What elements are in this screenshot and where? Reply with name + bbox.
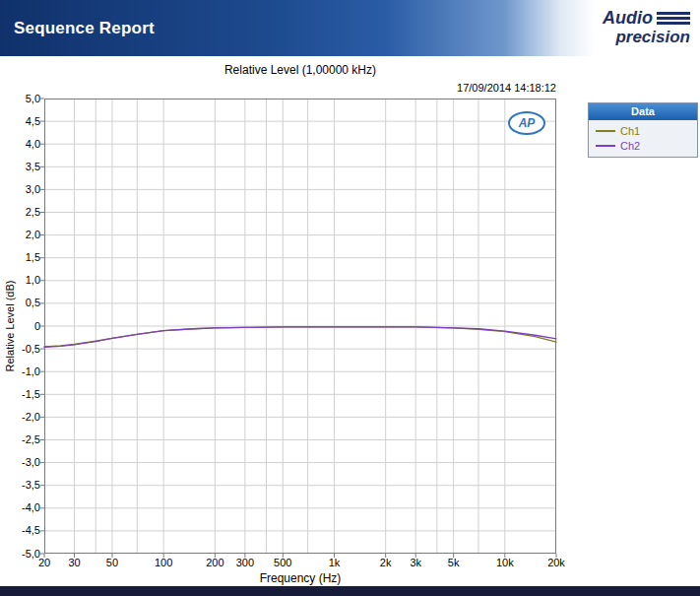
x-tick-label: 300 xyxy=(225,557,265,568)
y-axis-title: Relative Level (dB) xyxy=(4,281,16,372)
legend-rows: Ch1Ch2 xyxy=(589,120,697,157)
x-tick-label: 5k xyxy=(434,557,474,568)
y-tick-label: -3,5 xyxy=(0,479,40,492)
logo-row: Audio xyxy=(603,9,690,27)
x-tick-label: 50 xyxy=(93,557,132,568)
timestamp: 17/09/2014 14:18:12 xyxy=(44,82,556,94)
x-tick-label: 500 xyxy=(263,557,302,568)
logo-text-precision: precision xyxy=(603,29,690,45)
y-tick-label: -3,0 xyxy=(0,456,40,469)
logo-text-audio: Audio xyxy=(603,9,653,27)
page-title: Sequence Report xyxy=(14,19,155,38)
ap-watermark-icon: AP xyxy=(508,111,545,135)
plot-area xyxy=(44,99,556,554)
legend-line-swatch xyxy=(596,130,615,132)
y-tick-label: 2,0 xyxy=(0,229,40,241)
y-tick-label: 3,5 xyxy=(0,161,40,173)
footer-bar xyxy=(0,586,700,596)
legend-line-swatch xyxy=(596,145,615,147)
legend-item-ch2: Ch2 xyxy=(589,138,697,153)
sequence-report-page: Sequence Report Audio precision Relative… xyxy=(0,0,700,596)
y-tick-label: -1,5 xyxy=(0,388,40,401)
y-tick-label: -4,5 xyxy=(0,524,40,537)
audio-precision-logo: Audio precision xyxy=(603,9,690,45)
x-tick-label: 100 xyxy=(144,557,183,568)
x-tick-label: 1k xyxy=(314,557,353,568)
header-banner: Sequence Report Audio precision xyxy=(0,0,700,56)
x-tick-label: 20k xyxy=(537,557,576,568)
legend-label: Ch1 xyxy=(620,125,640,137)
y-tick-label: 2,5 xyxy=(0,206,40,219)
legend: Data Ch1Ch2 xyxy=(588,102,698,158)
y-tick-label: -2,0 xyxy=(0,411,40,424)
y-tick-label: -4,0 xyxy=(0,501,40,514)
y-tick-label: 4,5 xyxy=(0,115,40,128)
legend-header: Data xyxy=(589,103,697,120)
x-axis-title: Frequency (Hz) xyxy=(44,571,556,585)
y-tick-label: 5,0 xyxy=(0,93,40,105)
y-tick-label: 3,0 xyxy=(0,183,40,196)
legend-item-ch1: Ch1 xyxy=(589,123,697,138)
x-tick-label: 10k xyxy=(485,557,525,568)
x-tick-label: 3k xyxy=(396,557,435,568)
y-tick-label: 1,5 xyxy=(0,251,40,264)
legend-label: Ch2 xyxy=(620,140,640,152)
x-tick-label: 30 xyxy=(55,557,95,568)
y-tick-label: 4,0 xyxy=(0,138,40,151)
chart-title: Relative Level (1,00000 kHz) xyxy=(44,63,556,77)
y-tick-label: -2,5 xyxy=(0,433,40,446)
logo-bars-icon xyxy=(657,12,690,25)
